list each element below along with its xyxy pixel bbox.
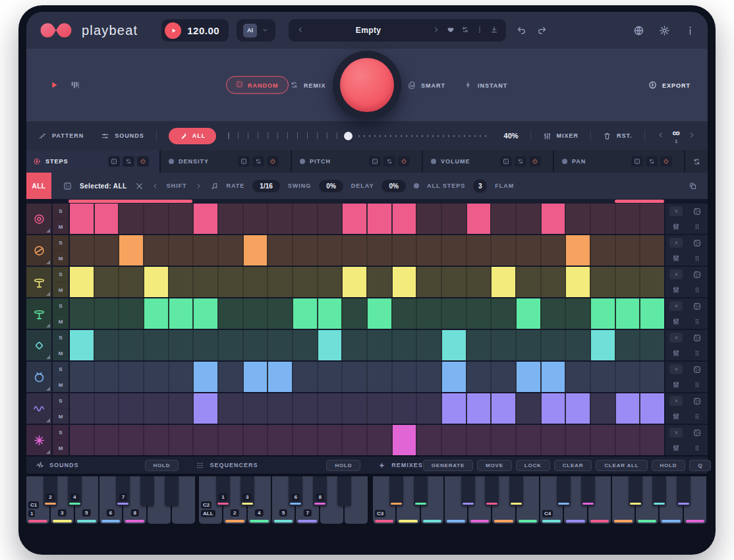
mute-button[interactable]: M	[53, 218, 69, 234]
tab-pan[interactable]: PAN	[554, 150, 684, 173]
step-cell[interactable]	[244, 267, 268, 297]
step-cell[interactable]	[219, 425, 242, 455]
step-cell[interactable]	[417, 204, 441, 234]
step-cell[interactable]	[194, 235, 217, 266]
notes-icon[interactable]	[210, 182, 219, 190]
sliders-icon[interactable]	[672, 349, 680, 357]
step-cell[interactable]	[566, 330, 590, 360]
mute-button[interactable]: M	[53, 250, 69, 266]
piano-key-black[interactable]: 8	[313, 476, 327, 506]
step-cell[interactable]	[368, 393, 391, 424]
track-shaker-button[interactable]	[26, 330, 51, 360]
step-cell[interactable]	[119, 362, 143, 392]
shuffle-icon[interactable]	[461, 24, 469, 36]
dice-icon[interactable]	[369, 156, 381, 167]
piano-key-black[interactable]	[509, 476, 523, 506]
expand-corner[interactable]	[46, 450, 50, 454]
step-cell[interactable]	[70, 235, 94, 266]
step-cell[interactable]	[293, 425, 317, 455]
export-button[interactable]: EXPORT	[648, 81, 691, 90]
step-cell[interactable]	[219, 235, 242, 266]
step-cell[interactable]	[95, 267, 119, 297]
power-icon[interactable]	[529, 156, 541, 167]
step-cell[interactable]	[492, 204, 515, 234]
step-cell[interactable]	[144, 298, 168, 329]
remix-button[interactable]: REMIX	[290, 81, 326, 90]
piano-key-black[interactable]	[581, 476, 595, 506]
step-cell[interactable]	[70, 425, 94, 455]
step-cell[interactable]	[194, 393, 217, 424]
prev-page-button[interactable]	[657, 130, 665, 142]
step-cell[interactable]	[95, 362, 119, 392]
step-cell[interactable]	[95, 393, 119, 424]
drag-handle-icon[interactable]	[693, 318, 701, 325]
move-button[interactable]: MOVE	[477, 460, 512, 471]
step-cell[interactable]	[293, 393, 317, 424]
hold-button[interactable]: HOLD	[652, 460, 686, 471]
step-cell[interactable]	[542, 362, 565, 392]
step-cell[interactable]	[119, 235, 143, 266]
step-cell[interactable]	[393, 393, 416, 424]
solo-button[interactable]: S	[53, 267, 69, 281]
step-cell[interactable]	[194, 298, 217, 329]
step-cell[interactable]	[144, 362, 168, 392]
solo-button[interactable]: S	[53, 425, 69, 439]
expand-corner[interactable]	[46, 355, 50, 359]
power-icon[interactable]	[660, 156, 672, 167]
remixes-section-label[interactable]: REMIXES	[391, 462, 423, 468]
browser-globe-icon[interactable]	[633, 25, 644, 36]
track-hihat-button[interactable]	[26, 267, 51, 297]
step-cell[interactable]	[95, 204, 119, 234]
step-cell[interactable]	[318, 330, 342, 360]
drag-handle-icon[interactable]	[693, 223, 701, 231]
solo-button[interactable]: S	[53, 298, 69, 313]
q-button[interactable]: Q	[689, 460, 711, 471]
power-icon[interactable]	[137, 156, 149, 167]
step-cell[interactable]	[517, 425, 540, 455]
step-cell[interactable]	[219, 362, 242, 392]
dice-icon[interactable]	[693, 239, 701, 247]
expand-corner[interactable]	[46, 229, 50, 233]
random-button[interactable]: RANDOM	[226, 76, 289, 94]
step-cell[interactable]	[417, 362, 441, 392]
mute-button[interactable]: M	[53, 281, 69, 297]
step-cell[interactable]	[442, 425, 466, 455]
loop-icon[interactable]	[123, 156, 134, 167]
step-cell[interactable]	[70, 204, 94, 234]
solo-button[interactable]: S	[53, 204, 69, 218]
step-cell[interactable]	[417, 425, 441, 455]
drag-handle-icon[interactable]	[693, 349, 701, 357]
step-cell[interactable]	[492, 425, 515, 455]
loop-range-indicator[interactable]	[69, 200, 192, 203]
tab-volume[interactable]: VOLUME	[423, 150, 553, 173]
step-cell[interactable]	[640, 330, 664, 360]
clear-button[interactable]: CLEAR	[554, 460, 592, 471]
step-cell[interactable]	[343, 393, 366, 424]
step-cell[interactable]	[417, 267, 441, 297]
refresh-all-button[interactable]	[685, 150, 708, 173]
step-cell[interactable]	[169, 298, 193, 329]
piano-key-black[interactable]	[389, 476, 403, 506]
tab-density[interactable]: DENSITY	[161, 150, 291, 173]
step-cell[interactable]	[492, 393, 515, 424]
all-tracks-selector[interactable]: ALL	[26, 173, 51, 199]
sliders-icon[interactable]	[672, 444, 680, 452]
step-cell[interactable]	[144, 425, 168, 455]
solo-button[interactable]: S	[53, 330, 69, 345]
step-cell[interactable]	[393, 298, 416, 329]
step-cell[interactable]	[219, 298, 242, 329]
step-cell[interactable]	[293, 330, 317, 360]
expand-corner[interactable]	[46, 323, 50, 327]
dice-icon[interactable]	[238, 156, 250, 167]
loop-icon[interactable]	[252, 156, 264, 167]
solo-button[interactable]: S	[53, 235, 69, 250]
step-cell[interactable]	[70, 362, 94, 392]
step-cell[interactable]	[119, 204, 143, 234]
piano-key-black[interactable]	[414, 476, 428, 506]
step-cell[interactable]	[393, 330, 416, 360]
step-cell[interactable]	[591, 298, 615, 329]
step-cell[interactable]	[467, 235, 491, 266]
piano-key-black[interactable]: 6	[289, 476, 302, 506]
tab-steps[interactable]: STEPS	[26, 150, 159, 173]
step-cell[interactable]	[119, 298, 143, 329]
